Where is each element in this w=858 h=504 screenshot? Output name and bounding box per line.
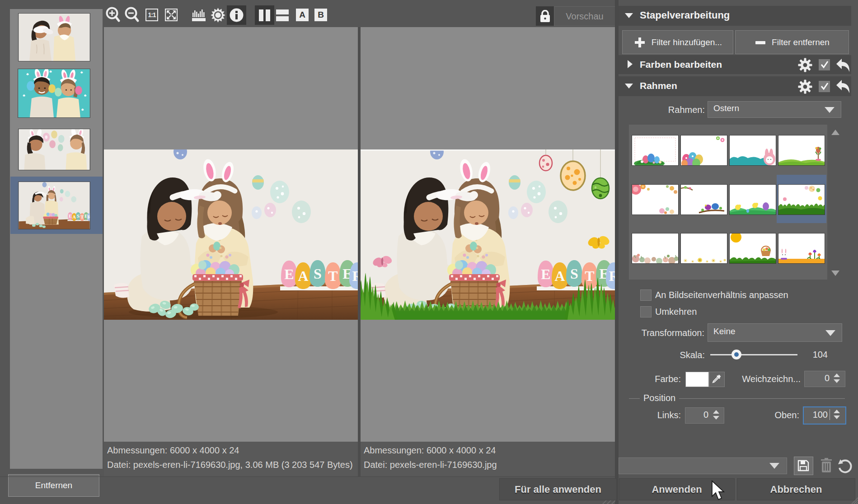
svg-text:T: T bbox=[328, 268, 338, 284]
svg-text:A: A bbox=[554, 268, 565, 284]
svg-text:R: R bbox=[609, 268, 615, 284]
svg-text:R: R bbox=[352, 268, 358, 284]
svg-text:A: A bbox=[298, 268, 308, 284]
svg-text:E: E bbox=[541, 266, 550, 282]
svg-text:T: T bbox=[585, 268, 594, 284]
svg-text:S: S bbox=[314, 266, 322, 282]
svg-text:S: S bbox=[77, 213, 80, 219]
svg-text:R: R bbox=[88, 214, 90, 219]
svg-text:A: A bbox=[72, 214, 76, 219]
svg-text:E: E bbox=[69, 213, 72, 219]
svg-text:T: T bbox=[80, 214, 84, 219]
svg-text:E: E bbox=[284, 266, 294, 282]
svg-text:S: S bbox=[570, 266, 578, 282]
